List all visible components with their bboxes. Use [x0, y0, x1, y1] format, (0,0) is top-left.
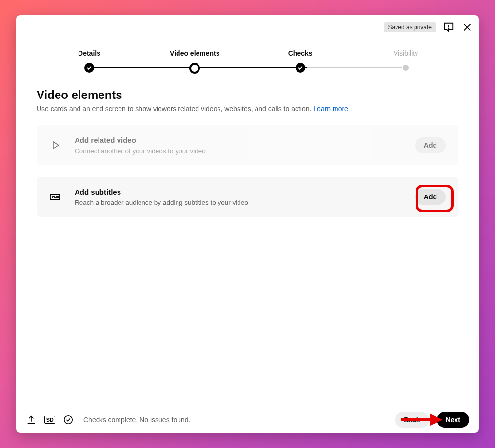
modal-footer: SD Checks complete. No issues found. Bac… [16, 406, 479, 433]
add-subtitles-button[interactable]: Add [415, 189, 446, 205]
close-icon[interactable] [461, 21, 473, 33]
checks-complete-icon[interactable] [63, 414, 74, 425]
content-area: Video elements Use cards and an end scre… [16, 74, 479, 406]
pending-step-icon [403, 65, 409, 71]
svg-point-1 [449, 28, 449, 28]
check-icon [84, 63, 94, 73]
page-title: Video elements [37, 88, 458, 102]
svg-point-12 [64, 415, 73, 424]
feedback-icon[interactable] [443, 21, 455, 33]
svg-rect-5 [50, 194, 60, 200]
video-quality-icon[interactable]: SD [44, 414, 55, 425]
step-details[interactable]: Details [70, 49, 109, 73]
check-icon [296, 63, 305, 73]
step-video-elements[interactable]: Video elements [175, 49, 214, 74]
card-subtitle: Connect another of your videos to your v… [75, 147, 401, 155]
page-description: Use cards and an end screen to show view… [37, 105, 458, 113]
play-icon [49, 139, 61, 151]
svg-marker-4 [53, 142, 59, 149]
step-visibility[interactable]: Visibility [386, 49, 425, 71]
card-subtitles: Add subtitles Reach a broader audience b… [37, 177, 458, 217]
modal-header: Saved as private [16, 15, 479, 39]
card-subtitle: Reach a broader audience by adding subti… [75, 199, 401, 206]
card-title: Add subtitles [75, 188, 401, 196]
saved-status-badge: Saved as private [384, 22, 436, 32]
subtitles-icon [49, 191, 61, 203]
upload-icon[interactable] [26, 414, 37, 425]
current-step-icon [189, 63, 200, 74]
footer-status-text: Checks complete. No issues found. [83, 416, 190, 424]
card-title: Add related video [75, 136, 401, 144]
step-checks[interactable]: Checks [281, 49, 320, 73]
learn-more-link[interactable]: Learn more [313, 105, 348, 113]
stepper: Details Video elements Checks Visibility [16, 39, 479, 74]
next-button[interactable]: Next [437, 412, 469, 428]
add-related-video-button: Add [415, 137, 446, 153]
upload-modal: Saved as private Details [16, 15, 479, 433]
back-button[interactable]: Back [395, 412, 429, 428]
card-related-video: Add related video Connect another of you… [37, 125, 458, 165]
